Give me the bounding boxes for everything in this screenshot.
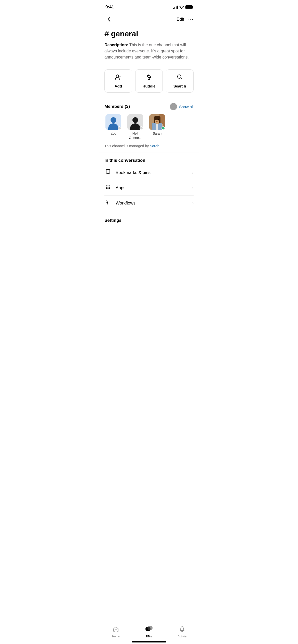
member-item-abc[interactable]: abc bbox=[104, 114, 122, 140]
member-item-neil[interactable]: NeilOnene... bbox=[126, 114, 144, 140]
settings-section: Settings bbox=[99, 213, 199, 227]
member-name-sarah: Sarah bbox=[153, 131, 162, 136]
svg-point-22 bbox=[107, 188, 109, 189]
channel-header: # general Description: This is the one c… bbox=[99, 27, 199, 65]
member-name-abc: abc bbox=[111, 131, 116, 136]
svg-point-21 bbox=[106, 188, 107, 189]
apps-chevron-icon: › bbox=[192, 186, 194, 190]
svg-point-14 bbox=[158, 119, 159, 121]
conversation-title: In this conversation bbox=[104, 158, 194, 163]
svg-point-17 bbox=[109, 185, 110, 186]
apps-icon bbox=[104, 184, 112, 191]
workflows-icon bbox=[104, 200, 112, 207]
edit-button[interactable]: Edit bbox=[177, 17, 184, 22]
conversation-section: In this conversation Bookmarks & pins › bbox=[99, 153, 199, 213]
nav-actions: Edit ··· bbox=[177, 16, 194, 23]
status-bar: 9:41 bbox=[99, 0, 199, 13]
add-button[interactable]: Add bbox=[104, 69, 132, 93]
svg-point-13 bbox=[155, 119, 156, 121]
channel-description: Description: This is the one channel tha… bbox=[104, 42, 194, 60]
members-title: Members (3) bbox=[104, 104, 130, 109]
description-label: Description: bbox=[104, 43, 128, 47]
workflows-menu-item[interactable]: Workflows › bbox=[104, 196, 194, 211]
search-icon bbox=[177, 74, 183, 82]
settings-title: Settings bbox=[104, 218, 194, 223]
show-all-button[interactable]: Show all bbox=[170, 103, 194, 110]
add-label: Add bbox=[115, 84, 122, 88]
svg-rect-12 bbox=[159, 118, 160, 123]
status-time: 9:41 bbox=[105, 5, 114, 10]
manager-link[interactable]: Sarah bbox=[150, 144, 159, 148]
members-section: Members (3) Show all abc bbox=[99, 98, 199, 153]
channel-title: # general bbox=[104, 29, 194, 38]
svg-point-23 bbox=[109, 188, 110, 189]
svg-point-16 bbox=[107, 185, 109, 186]
search-button[interactable]: Search bbox=[166, 69, 194, 93]
member-name-neil: NeilOnene... bbox=[129, 131, 142, 140]
managed-by-end: . bbox=[159, 144, 160, 148]
members-header: Members (3) Show all bbox=[104, 103, 194, 110]
nav-bar: Edit ··· bbox=[99, 13, 199, 27]
battery-icon bbox=[185, 5, 193, 9]
status-dot-online-sarah bbox=[161, 126, 165, 130]
bookmark-icon bbox=[104, 169, 112, 176]
huddle-label: Huddle bbox=[143, 84, 156, 88]
status-icons bbox=[173, 5, 193, 9]
member-item-sarah[interactable]: Sarah bbox=[148, 114, 166, 140]
status-dot-offline-abc bbox=[118, 126, 121, 130]
back-button[interactable] bbox=[104, 15, 114, 24]
svg-point-20 bbox=[109, 187, 110, 188]
avatar-abc-wrapper bbox=[105, 114, 121, 130]
apps-label: Apps bbox=[116, 185, 126, 191]
hash-icon: # bbox=[104, 29, 109, 38]
show-all-label: Show all bbox=[179, 105, 194, 109]
apps-menu-item[interactable]: Apps › bbox=[104, 180, 194, 196]
bookmarks-menu-item[interactable]: Bookmarks & pins › bbox=[104, 165, 194, 180]
status-dot-offline-neil bbox=[140, 126, 143, 130]
svg-rect-11 bbox=[154, 118, 155, 123]
svg-point-0 bbox=[116, 75, 119, 77]
bookmarks-label: Bookmarks & pins bbox=[116, 170, 151, 175]
svg-point-1 bbox=[148, 76, 150, 78]
svg-point-18 bbox=[106, 187, 107, 188]
avatar-sarah-wrapper bbox=[149, 114, 165, 130]
add-person-icon bbox=[115, 74, 121, 82]
members-list: abc NeilOnene... bbox=[104, 114, 194, 140]
bookmarks-chevron-icon: › bbox=[192, 170, 194, 175]
workflows-label: Workflows bbox=[116, 201, 136, 206]
channel-name: general bbox=[111, 30, 138, 38]
workflows-chevron-icon: › bbox=[192, 201, 194, 206]
action-buttons: Add Huddle bbox=[99, 65, 199, 98]
svg-point-15 bbox=[106, 185, 107, 186]
svg-rect-6 bbox=[152, 123, 156, 130]
huddle-icon bbox=[146, 74, 152, 82]
managed-by-text: This channel is managed by Sarah. bbox=[104, 144, 194, 149]
svg-point-19 bbox=[107, 187, 109, 188]
show-all-avatar-icon bbox=[170, 103, 177, 110]
signal-icon bbox=[173, 5, 178, 9]
more-button[interactable]: ··· bbox=[188, 16, 194, 23]
search-label: Search bbox=[173, 84, 186, 88]
managed-by-label: This channel is managed by bbox=[104, 144, 150, 148]
huddle-button[interactable]: Huddle bbox=[135, 69, 163, 93]
avatar-neil-wrapper bbox=[127, 114, 143, 130]
wifi-icon bbox=[179, 5, 184, 9]
